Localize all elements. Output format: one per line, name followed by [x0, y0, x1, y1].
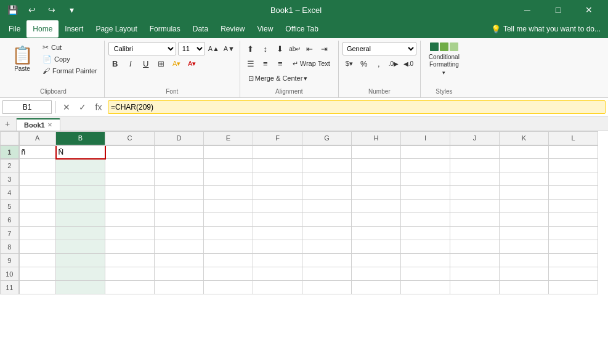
cell-k9[interactable]	[500, 254, 549, 267]
cell-i11[interactable]	[401, 281, 450, 294]
more-commands-icon[interactable]: ▾	[64, 2, 79, 17]
cell-k5[interactable]	[500, 200, 549, 213]
col-header-f[interactable]: F	[253, 132, 302, 145]
cell-f6[interactable]	[253, 213, 302, 227]
number-format-select[interactable]: General	[343, 42, 416, 55]
cell-j3[interactable]	[450, 172, 500, 186]
cell-b2[interactable]	[56, 159, 105, 172]
cell-g1[interactable]	[302, 145, 352, 159]
cell-l9[interactable]	[549, 254, 598, 267]
cell-f5[interactable]	[253, 200, 302, 213]
cell-b7[interactable]	[56, 227, 105, 240]
cell-k8[interactable]	[500, 240, 549, 254]
cell-g8[interactable]	[302, 240, 352, 254]
menu-item-file[interactable]: File	[2, 20, 26, 38]
select-all-header[interactable]	[1, 132, 19, 145]
cell-c1[interactable]	[105, 145, 155, 159]
cell-h7[interactable]	[352, 227, 401, 240]
align-bottom-button[interactable]: ⬇	[274, 42, 287, 55]
cell-b3[interactable]	[56, 172, 105, 186]
increase-font-size-button[interactable]: A▲	[207, 42, 221, 55]
cell-i4[interactable]	[401, 186, 450, 200]
cell-h6[interactable]	[352, 213, 401, 227]
cell-i3[interactable]	[401, 172, 450, 186]
cell-d10[interactable]	[155, 267, 204, 281]
cell-i7[interactable]	[401, 227, 450, 240]
cell-d1[interactable]	[155, 145, 204, 159]
add-sheet-button[interactable]: +	[1, 118, 14, 130]
cell-a5[interactable]	[19, 200, 56, 213]
cell-d11[interactable]	[155, 281, 204, 294]
maximize-button[interactable]: □	[544, 0, 572, 20]
cell-i1[interactable]	[401, 145, 450, 159]
align-left-button[interactable]: ☰	[244, 57, 257, 70]
row-header-7[interactable]: 7	[1, 227, 19, 240]
cell-j2[interactable]	[450, 159, 500, 172]
cell-e8[interactable]	[204, 240, 253, 254]
cell-b5[interactable]	[56, 200, 105, 213]
tell-me-box[interactable]: 💡 Tell me what you want to do...	[486, 23, 606, 35]
indent-increase-button[interactable]: ⇥	[318, 42, 331, 55]
fill-color-button[interactable]: A▾	[170, 57, 184, 70]
merge-center-button[interactable]: ⊡ Merge & Center ▾	[244, 71, 312, 85]
undo-icon[interactable]: ↩	[25, 2, 39, 17]
currency-button[interactable]: $▾	[343, 57, 356, 70]
cell-b11[interactable]	[56, 281, 105, 294]
cell-k11[interactable]	[500, 281, 549, 294]
row-header-5[interactable]: 5	[1, 200, 19, 213]
menu-item-formulas[interactable]: Formulas	[144, 20, 187, 38]
cell-l11[interactable]	[549, 281, 598, 294]
cut-button[interactable]: ✂ Cut	[39, 42, 100, 53]
col-header-g[interactable]: G	[302, 132, 352, 145]
font-name-select[interactable]: Calibri	[108, 42, 176, 55]
cell-c8[interactable]	[105, 240, 155, 254]
row-header-9[interactable]: 9	[1, 254, 19, 267]
font-color-button[interactable]: A▾	[185, 57, 199, 70]
indent-decrease-button[interactable]: ⇤	[303, 42, 317, 55]
cell-a11[interactable]	[19, 281, 56, 294]
col-header-j[interactable]: J	[450, 132, 500, 145]
cell-h8[interactable]	[352, 240, 401, 254]
copy-button[interactable]: 📄 Copy	[39, 54, 100, 65]
cell-c11[interactable]	[105, 281, 155, 294]
cell-f7[interactable]	[253, 227, 302, 240]
row-header-8[interactable]: 8	[1, 240, 19, 254]
cell-l6[interactable]	[549, 213, 598, 227]
menu-item-home[interactable]: Home	[26, 20, 59, 38]
cell-c7[interactable]	[105, 227, 155, 240]
cell-k3[interactable]	[500, 172, 549, 186]
cell-d9[interactable]	[155, 254, 204, 267]
sheet-tab-book1[interactable]: Book1 ✕	[16, 118, 60, 131]
cell-k6[interactable]	[500, 213, 549, 227]
cell-g7[interactable]	[302, 227, 352, 240]
cell-k10[interactable]	[500, 267, 549, 281]
cell-g9[interactable]	[302, 254, 352, 267]
cell-d8[interactable]	[155, 240, 204, 254]
cell-d6[interactable]	[155, 213, 204, 227]
cell-e9[interactable]	[204, 254, 253, 267]
menu-item-insert[interactable]: Insert	[59, 20, 89, 38]
cell-a1[interactable]: ñ	[19, 145, 56, 159]
cell-d3[interactable]	[155, 172, 204, 186]
cell-b4[interactable]	[56, 186, 105, 200]
col-header-a[interactable]: A	[19, 132, 56, 145]
cell-h9[interactable]	[352, 254, 401, 267]
cell-h1[interactable]	[352, 145, 401, 159]
cell-j10[interactable]	[450, 267, 500, 281]
cell-i5[interactable]	[401, 200, 450, 213]
col-header-i[interactable]: I	[401, 132, 450, 145]
borders-button[interactable]: ⊞	[155, 57, 168, 70]
cell-e1[interactable]	[204, 145, 253, 159]
increase-decimal-button[interactable]: .0▶	[387, 57, 400, 70]
cell-l1[interactable]	[549, 145, 598, 159]
name-box[interactable]	[2, 100, 52, 114]
row-header-4[interactable]: 4	[1, 186, 19, 200]
cell-l10[interactable]	[549, 267, 598, 281]
cell-i9[interactable]	[401, 254, 450, 267]
cell-h5[interactable]	[352, 200, 401, 213]
cell-g5[interactable]	[302, 200, 352, 213]
decrease-font-size-button[interactable]: A▼	[222, 42, 236, 55]
cell-a4[interactable]	[19, 186, 56, 200]
row-header-6[interactable]: 6	[1, 213, 19, 227]
cell-g4[interactable]	[302, 186, 352, 200]
